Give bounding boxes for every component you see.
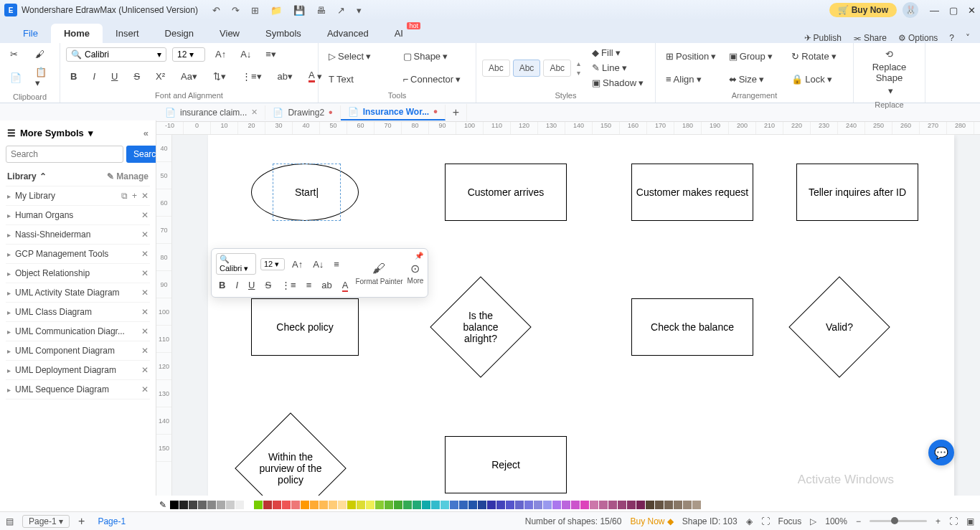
color-swatch[interactable] — [422, 501, 430, 509]
color-swatch[interactable] — [571, 501, 580, 509]
superscript-icon[interactable]: X² — [151, 68, 169, 85]
align-para-icon[interactable]: ≡▾ — [261, 46, 281, 62]
remove-lib-icon[interactable]: ✕ — [141, 268, 149, 278]
zoom-in-icon[interactable]: + — [936, 516, 941, 526]
remove-lib-icon[interactable]: ✕ — [141, 288, 149, 298]
remove-lib-icon[interactable]: ✕ — [141, 346, 149, 356]
mini-underline-icon[interactable]: U — [245, 278, 258, 293]
shape-start[interactable]: Start| — [273, 164, 341, 221]
color-swatch[interactable] — [347, 501, 356, 509]
color-swatch[interactable] — [431, 501, 440, 509]
color-swatch[interactable] — [179, 501, 188, 509]
remove-lib-icon[interactable]: ✕ — [141, 326, 149, 336]
add-page-button[interactable]: + — [78, 515, 85, 528]
paste-icon[interactable]: 📋▾ — [31, 64, 55, 91]
color-swatch[interactable] — [366, 501, 374, 509]
color-swatch[interactable] — [440, 501, 449, 509]
remove-lib-icon[interactable]: ✕ — [141, 307, 149, 317]
select-tool[interactable]: ▷ Select ▾ — [324, 48, 396, 65]
color-swatch[interactable] — [357, 501, 365, 509]
shape-balance-question[interactable]: Is the balance alright? — [445, 291, 517, 363]
page-selector[interactable]: Page-1 ▾ — [22, 515, 70, 528]
mini-format-painter[interactable]: 🖌Format Painter — [355, 261, 402, 285]
shape-valid[interactable]: Valid? — [804, 291, 875, 363]
play-icon[interactable]: ▷ — [810, 516, 816, 526]
color-swatch[interactable] — [562, 501, 570, 509]
style-preset-3[interactable]: Abc — [543, 60, 571, 77]
page-tab[interactable]: Page-1 — [93, 516, 130, 526]
library-item[interactable]: ▸Nassi-Shneiderman✕ — [6, 225, 150, 245]
zoom-level[interactable]: 100% — [825, 516, 847, 526]
color-swatch[interactable] — [599, 501, 608, 509]
minimize-icon[interactable]: — — [930, 5, 939, 16]
status-buynow[interactable]: Buy Now ◆ — [630, 516, 673, 526]
library-item[interactable]: ▸UML Deployment Diagram✕ — [6, 361, 150, 380]
options-button[interactable]: ⚙ Options — [898, 33, 938, 43]
remove-lib-icon[interactable]: ✕ — [141, 210, 149, 220]
shrink-font-icon[interactable]: A↓ — [236, 46, 255, 62]
user-avatar[interactable]: 🐰 — [903, 2, 918, 18]
size-button[interactable]: ⬌ Size▾ — [725, 71, 785, 87]
mini-font-size[interactable]: 12 ▾ — [260, 258, 285, 270]
open-icon[interactable]: 📁 — [270, 5, 282, 16]
color-swatch[interactable] — [515, 501, 524, 509]
mini-align-icon[interactable]: ≡ — [331, 257, 342, 272]
color-swatch[interactable] — [273, 501, 281, 509]
color-swatch[interactable] — [580, 501, 589, 509]
library-item[interactable]: ▸UML Communication Diagr...✕ — [6, 322, 150, 341]
color-swatch[interactable] — [534, 501, 542, 509]
mini-bold-icon[interactable]: B — [216, 278, 228, 293]
doc-tab-1[interactable]: 📄 insurance claim...✕ — [158, 105, 265, 120]
color-swatch[interactable] — [664, 501, 673, 509]
mini-grow-font-icon[interactable]: A↑ — [289, 257, 306, 272]
shadow-button[interactable]: ▣ Shadow ▾ — [589, 77, 646, 89]
rotate-button[interactable]: ↻ Rotate▾ — [787, 48, 847, 65]
color-swatch[interactable] — [674, 501, 682, 509]
remove-lib-icon[interactable]: ✕ — [141, 249, 149, 259]
color-swatch[interactable] — [207, 501, 216, 509]
style-preset-2[interactable]: Abc — [513, 60, 541, 77]
menu-design[interactable]: Design — [152, 24, 207, 43]
hamburger-icon[interactable]: ☰ — [7, 128, 16, 138]
shape-tool[interactable]: ▢ Shape ▾ — [399, 48, 471, 65]
color-swatch[interactable] — [282, 501, 291, 509]
line-space-icon[interactable]: ⇅▾ — [209, 68, 230, 85]
panel-collapse-icon[interactable]: « — [143, 128, 149, 138]
italic-icon[interactable]: I — [88, 68, 100, 85]
doc-tab-2[interactable]: 📄 Drawing2• — [265, 105, 340, 120]
shape-check-policy[interactable]: Check policy — [251, 298, 359, 356]
remove-lib-icon[interactable]: ✕ — [141, 191, 149, 201]
layers-icon[interactable]: ◈ — [746, 516, 753, 526]
qat-more-icon[interactable]: ▾ — [357, 5, 362, 16]
zoom-slider[interactable] — [870, 520, 927, 522]
color-swatch[interactable] — [254, 501, 263, 509]
new-tab-button[interactable]: + — [446, 104, 467, 121]
shape-check-balance[interactable]: Check the balance — [631, 298, 753, 356]
color-swatch[interactable] — [543, 501, 552, 509]
align-button[interactable]: ≡ Align▾ — [661, 71, 722, 87]
color-swatch[interactable] — [245, 501, 253, 509]
menu-home[interactable]: Home — [51, 24, 103, 43]
color-swatch[interactable] — [301, 501, 309, 509]
chevron-down-icon[interactable]: ▾ — [88, 128, 93, 138]
color-swatch[interactable] — [524, 501, 533, 509]
canvas[interactable]: Start| Customer arrives Customer makes r… — [172, 135, 980, 496]
redo-icon[interactable]: ↷ — [232, 5, 240, 16]
color-swatch[interactable] — [468, 501, 477, 509]
library-item[interactable]: ▸Human Organs✕ — [6, 206, 150, 225]
color-swatch[interactable] — [506, 501, 514, 509]
share-button[interactable]: ⫘ Share — [853, 33, 887, 43]
replace-shape-button[interactable]: ⟲Replace Shape ▾ — [868, 46, 911, 99]
color-swatch[interactable] — [235, 501, 244, 509]
color-swatch[interactable] — [608, 501, 617, 509]
color-swatch[interactable] — [189, 501, 197, 509]
color-swatch[interactable] — [263, 501, 272, 509]
font-family-combo[interactable]: 🔍 Calibri▾ — [66, 47, 166, 62]
mini-bullets-icon[interactable]: ≡ — [303, 278, 315, 293]
shape-customer-arrives[interactable]: Customer arrives — [445, 164, 567, 221]
library-item[interactable]: ▸UML Activity State Diagram✕ — [6, 283, 150, 303]
print-icon[interactable]: 🖶 — [316, 5, 326, 16]
mini-strike-icon[interactable]: S — [262, 278, 274, 293]
mini-list-icon[interactable]: ⋮≡ — [278, 278, 299, 293]
color-swatch[interactable] — [618, 501, 626, 509]
